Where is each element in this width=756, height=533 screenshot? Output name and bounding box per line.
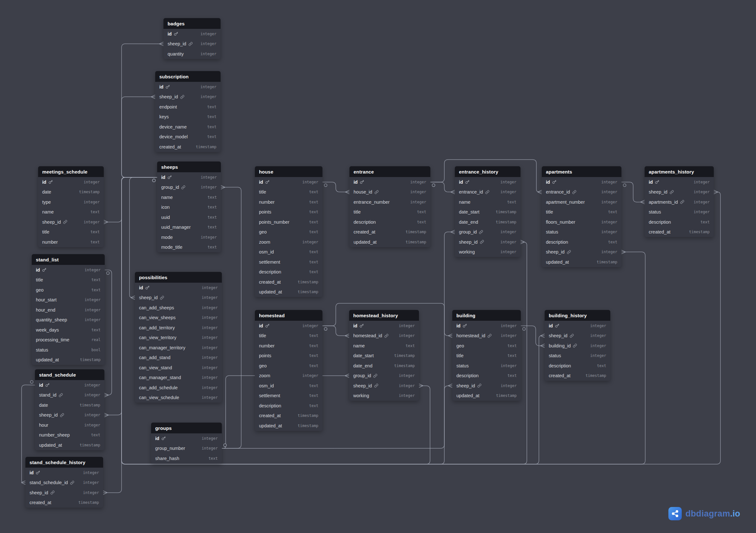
table-entrance_history[interactable]: entrance_historyidintegerentrance_idinte… <box>455 166 521 257</box>
field-row-homestead-title[interactable]: titletext <box>255 331 322 341</box>
field-row-entrance_history-id[interactable]: idinteger <box>455 177 521 187</box>
table-stand_list[interactable]: stand_listidintegertitletextgeotexthour_… <box>32 254 105 365</box>
field-row-stand_schedule_history-stand_schedule_id[interactable]: stand_schedule_idinteger <box>25 478 103 488</box>
field-row-sheeps-uuid_manager[interactable]: uuid_managertext <box>157 223 221 232</box>
relationship-line[interactable] <box>322 182 349 194</box>
field-row-house-points[interactable]: pointstext <box>255 207 322 217</box>
field-row-meetings_schedule-date[interactable]: datetimestamp <box>38 187 104 197</box>
field-row-homestead-geo[interactable]: geotext <box>255 361 322 371</box>
field-row-possibilities-can_manager_territory[interactable]: can_manager_territoryinteger <box>135 343 222 353</box>
field-row-homestead-points[interactable]: pointstext <box>255 351 322 361</box>
table-header-stand_schedule_history[interactable]: stand_schedule_history <box>25 457 103 467</box>
field-row-possibilities-can_view_schedule[interactable]: can_view_scheduleinteger <box>135 393 222 403</box>
field-row-possibilities-can_add_schedule[interactable]: can_add_scheduleinteger <box>135 383 222 393</box>
table-stand_schedule[interactable]: stand_scheduleidintegerstand_idintegerda… <box>35 369 104 450</box>
field-row-possibilities-can_manager_stand[interactable]: can_manager_standinteger <box>135 373 222 383</box>
relationship-line[interactable] <box>521 326 545 348</box>
table-header-apartments_history[interactable]: apartments_history <box>645 166 714 177</box>
field-row-entrance_history-date_start[interactable]: date_starttimestamp <box>455 207 521 217</box>
field-row-stand_list-title[interactable]: titletext <box>32 275 105 285</box>
field-row-entrance_history-name[interactable]: nametext <box>455 197 521 207</box>
field-row-house-created_at[interactable]: created_attimestamp <box>255 277 322 287</box>
field-row-entrance_history-working[interactable]: workinginteger <box>455 247 521 257</box>
relationship-line[interactable] <box>104 270 112 397</box>
field-row-house-points_number[interactable]: points_numbertext <box>255 217 322 227</box>
field-row-house-updated_at[interactable]: updated_attimestamp <box>255 287 322 297</box>
table-header-apartments[interactable]: apartments <box>542 166 621 177</box>
field-row-possibilities-can_view_territory[interactable]: can_view_territoryinteger <box>135 333 222 343</box>
field-row-building_history-sheep_id[interactable]: sheep_idinteger <box>545 331 610 341</box>
table-homestead[interactable]: homesteadidintegertitletextnumbertextpoi… <box>255 310 322 431</box>
field-row-building-id[interactable]: idinteger <box>452 321 521 331</box>
field-row-entrance-title[interactable]: titletext <box>349 207 430 217</box>
table-possibilities[interactable]: possibilitiesidintegersheep_idintegercan… <box>135 272 222 403</box>
field-row-stand_schedule-number_sheep[interactable]: number_sheeptext <box>35 430 104 440</box>
field-row-subscription-endpoint[interactable]: endpointtext <box>155 102 221 112</box>
field-row-stand_schedule-updated_at[interactable]: updated_attimestamp <box>35 440 104 450</box>
field-row-stand_schedule-sheep_id[interactable]: sheep_idinteger <box>35 410 104 420</box>
table-header-entrance[interactable]: entrance <box>349 166 430 177</box>
field-row-subscription-keys[interactable]: keystext <box>155 112 221 122</box>
field-row-stand_list-processing_time[interactable]: processing_timereal <box>32 335 105 345</box>
table-badges[interactable]: badgesidintegersheep_idintegerquantityin… <box>163 18 221 59</box>
field-row-stand_schedule-id[interactable]: idinteger <box>35 380 104 390</box>
field-row-sheeps-name[interactable]: nametext <box>157 192 221 202</box>
table-header-stand_list[interactable]: stand_list <box>32 254 105 265</box>
relationship-line[interactable] <box>104 177 157 224</box>
field-row-apartments_history-description[interactable]: descriptiontext <box>645 217 714 227</box>
field-row-entrance-id[interactable]: idinteger <box>349 177 430 187</box>
table-groups[interactable]: groupsidintegergroup_numberintegershare_… <box>151 423 222 464</box>
field-row-badges-id[interactable]: idinteger <box>163 29 221 39</box>
field-row-entrance-created_at[interactable]: created_attimestamp <box>349 227 430 237</box>
field-row-subscription-sheep_id[interactable]: sheep_idinteger <box>155 92 221 102</box>
diagram-canvas[interactable]: badgesidintegersheep_idintegerquantityin… <box>0 0 756 533</box>
field-row-possibilities-can_view_sheeps[interactable]: can_view_sheepsinteger <box>135 313 222 323</box>
field-row-entrance_history-entrance_id[interactable]: entrance_idinteger <box>455 187 521 197</box>
field-row-meetings_schedule-id[interactable]: idinteger <box>38 177 104 187</box>
field-row-entrance_history-date_end[interactable]: date_endtimestamp <box>455 217 521 227</box>
field-row-homestead-id[interactable]: idinteger <box>255 321 322 331</box>
field-row-homestead-created_at[interactable]: created_attimestamp <box>255 411 322 421</box>
table-header-building[interactable]: building <box>452 310 521 321</box>
field-row-stand_schedule_history-created_at[interactable]: created_attimestamp <box>25 498 103 508</box>
field-row-house-zoom[interactable]: zoominteger <box>255 237 322 247</box>
field-row-possibilities-can_add_territory[interactable]: can_add_territoryinteger <box>135 323 222 333</box>
table-header-building_history[interactable]: building_history <box>545 310 610 321</box>
field-row-possibilities-id[interactable]: idinteger <box>135 283 222 293</box>
field-row-subscription-device_name[interactable]: device_nametext <box>155 122 221 132</box>
field-row-homestead_history-date_start[interactable]: date_starttimestamp <box>349 351 419 361</box>
field-row-stand_list-geo[interactable]: geotext <box>32 285 105 295</box>
table-header-entrance_history[interactable]: entrance_history <box>455 166 521 177</box>
field-row-building_history-created_at[interactable]: created_attimestamp <box>545 371 610 381</box>
table-house[interactable]: houseidintegertitletextnumbertextpointst… <box>255 166 322 297</box>
table-header-meetings_schedule[interactable]: meetings_schedule <box>38 166 104 177</box>
table-header-homestead_history[interactable]: homestead_history <box>349 310 419 321</box>
table-meetings_schedule[interactable]: meetings_scheduleidintegerdatetimestampt… <box>38 166 104 247</box>
field-row-house-id[interactable]: idinteger <box>255 177 322 187</box>
field-row-homestead_history-group_id[interactable]: group_idinteger <box>349 371 419 381</box>
field-row-stand_list-week_days[interactable]: week_daystext <box>32 325 105 335</box>
dbdiagram-logo[interactable]: dbdiagram.io <box>668 507 740 520</box>
field-row-meetings_schedule-name[interactable]: nametext <box>38 207 104 217</box>
field-row-meetings_schedule-sheep_id[interactable]: sheep_idinteger <box>38 217 104 227</box>
field-row-apartments-title[interactable]: titletext <box>542 207 621 217</box>
field-row-building_history-id[interactable]: idinteger <box>545 321 610 331</box>
field-row-apartments-description[interactable]: descriptiontext <box>542 237 621 247</box>
table-header-sheeps[interactable]: sheeps <box>157 162 221 172</box>
table-stand_schedule_history[interactable]: stand_schedule_historyidintegerstand_sch… <box>25 457 103 508</box>
field-row-meetings_schedule-number[interactable]: numbertext <box>38 237 104 247</box>
table-header-homestead[interactable]: homestead <box>255 310 322 321</box>
table-homestead_history[interactable]: homestead_historyidintegerhomestead_idin… <box>349 310 419 401</box>
field-row-possibilities-can_add_stand[interactable]: can_add_standinteger <box>135 353 222 363</box>
field-row-entrance_history-group_id[interactable]: group_idinteger <box>455 227 521 237</box>
field-row-homestead_history-date_end[interactable]: date_endtimestamp <box>349 361 419 371</box>
field-row-homestead-description[interactable]: descriptiontext <box>255 401 322 411</box>
field-row-stand_schedule-stand_id[interactable]: stand_idinteger <box>35 390 104 400</box>
field-row-groups-share_hash[interactable]: share_hashtext <box>151 453 222 464</box>
field-row-sheeps-uuid[interactable]: uuidtext <box>157 212 221 223</box>
table-apartments_history[interactable]: apartments_historyidintegersheep_idinteg… <box>645 166 714 237</box>
field-row-apartments_history-sheep_id[interactable]: sheep_idinteger <box>645 187 714 197</box>
field-row-homestead_history-homestead_id[interactable]: homestead_idinteger <box>349 331 419 341</box>
field-row-house-osm_id[interactable]: osm_idtext <box>255 247 322 257</box>
field-row-building_history-building_id[interactable]: building_idinteger <box>545 341 610 351</box>
